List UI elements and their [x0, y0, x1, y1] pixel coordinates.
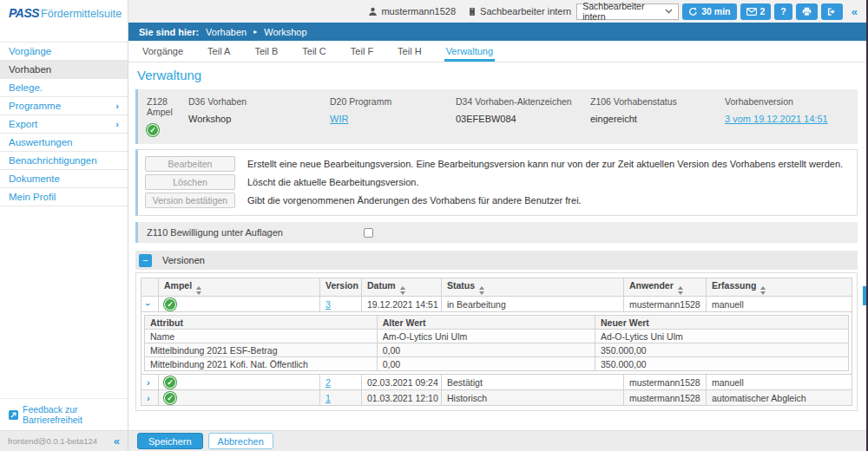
approval-row: Z110 Bewilligung unter Auflagen [135, 222, 858, 243]
tab-teil-b[interactable]: Teil B [253, 42, 279, 62]
cancel-button[interactable]: Abbrechen [208, 433, 273, 449]
printer-icon [802, 7, 812, 16]
version-number-link[interactable]: 2 [326, 377, 331, 388]
sidebar-item-benachrichtigungen[interactable]: Benachrichtigungen [0, 151, 128, 169]
status-ok-icon: ✓ [164, 298, 176, 310]
app-logo[interactable]: PASSFördermittelsuite [0, 0, 128, 23]
version-row-2: › ✓ 2 02.03.2021 09:24 Bestätigt musterm… [141, 375, 852, 390]
topbar-collapse-icon[interactable]: « [852, 5, 858, 18]
help-button[interactable]: ? [774, 3, 792, 20]
role-label: Sachbearbeiter intern [480, 6, 571, 16]
main-area: mustermann1528 Sachbearbeiter intern Sac… [128, 0, 868, 451]
version-row-1: › ✓ 1 01.03.2021 12:10 Historisch muster… [141, 390, 852, 406]
programm-link[interactable]: WIR [330, 114, 348, 124]
question-icon: ? [780, 6, 786, 16]
sidebar-item-auswertungen[interactable]: Auswertungen [0, 133, 128, 151]
loeschen-button[interactable]: Löschen [145, 174, 235, 190]
sidebar-footer: Feedback zur Barrierefreiheit frontend@0… [0, 398, 128, 451]
tab-verwaltung[interactable]: Verwaltung [444, 42, 495, 62]
tab-teil-a[interactable]: Teil A [206, 42, 232, 62]
column-header-ampel[interactable]: Ampel [159, 278, 320, 297]
brand-suffix: Fördermittelsuite [41, 8, 122, 20]
user-icon [368, 7, 378, 16]
tab-teil-h[interactable]: Teil H [396, 42, 424, 62]
sidebar-item-belege[interactable]: Belege. [0, 78, 128, 96]
field-vorhaben: D36 Vorhaben Workshop [188, 96, 330, 136]
page-title: Verwaltung [137, 68, 858, 82]
status-ok-icon: ✓ [164, 376, 176, 389]
status-ok-icon: ✓ [164, 392, 176, 404]
field-vorhabenstatus: Z106 Vorhabenstatus eingereicht [590, 96, 725, 136]
messages-button[interactable]: 2 [740, 3, 772, 20]
breadcrumb-item-vorhaben[interactable]: Vorhaben [206, 27, 247, 37]
logout-button[interactable] [821, 3, 843, 20]
chevron-down-icon [665, 9, 673, 14]
column-header-attribut: Attribut [145, 316, 378, 330]
sidebar-item-dokumente[interactable]: Dokumente [0, 169, 128, 187]
versions-table: Ampel Version Datum Status Anwender Erfa… [141, 278, 852, 406]
tab-bar: Vorgänge Teil A Teil B Teil C Teil F Tei… [128, 41, 868, 62]
change-row-name: Name Am-O-Lytics Uni Ulm Ad-O-Lytics Uni… [145, 330, 849, 343]
field-vorhabenversion: Vorhabenversion 3 vom 19.12.2021 14:51 [725, 96, 849, 136]
sidebar-item-programme[interactable]: Programme› [0, 96, 128, 114]
changes-header-row: Attribut Alter Wert Neuer Wert [145, 316, 849, 330]
expand-row-icon[interactable]: › [147, 393, 150, 403]
expand-row-icon[interactable]: › [147, 377, 150, 388]
role-select[interactable]: Sachbearbeiter intern [576, 3, 679, 20]
sort-icon[interactable] [479, 286, 484, 295]
approval-checkbox[interactable] [364, 228, 373, 238]
expand-column-header [141, 278, 159, 297]
column-header-erfassung[interactable]: Erfassung [707, 278, 852, 297]
sort-icon[interactable] [760, 286, 766, 295]
session-timer-button[interactable]: 30 min [682, 3, 736, 20]
vertical-scrollbar-thumb[interactable] [863, 286, 866, 305]
sidebar-item-vorgaenge[interactable]: Vorgänge [0, 42, 128, 60]
refresh-icon [688, 7, 698, 16]
change-row-kofi: Mittelbindung 2021 Kofi. Nat. Öffentlich… [145, 357, 849, 371]
column-header-status[interactable]: Status [442, 278, 624, 297]
version-link[interactable]: 3 vom 19.12.2021 14:51 [725, 114, 828, 124]
tab-vorgaenge[interactable]: Vorgänge [141, 42, 185, 62]
content: Verwaltung Z128 Ampel ✓ D36 Vorhaben Wor… [128, 62, 868, 430]
username: mustermann1528 [381, 6, 456, 16]
badge-icon [468, 7, 477, 16]
versions-section-header: − Versionen [135, 251, 858, 270]
action-row: Version bestätigen Gibt die vorgenommene… [145, 193, 848, 208]
version-number-link[interactable]: 1 [326, 393, 331, 403]
feedback-link[interactable]: Feedback zur Barrierefreiheit [0, 398, 128, 430]
bearbeiten-button[interactable]: Bearbeiten [145, 156, 235, 172]
column-header-anwender[interactable]: Anwender [624, 278, 707, 297]
build-version-bar: frontend@0.0.1-beta124 « [0, 430, 128, 451]
sidebar-item-export[interactable]: Export› [0, 114, 128, 133]
tab-teil-c[interactable]: Teil C [300, 42, 328, 62]
build-version: frontend@0.0.1-beta124 [8, 436, 97, 446]
user-info: mustermann1528 [368, 6, 456, 16]
collapse-row-icon[interactable]: › [143, 303, 154, 306]
sidebar-item-vorhaben[interactable]: Vorhaben [0, 60, 128, 78]
version-number-link[interactable]: 3 [326, 299, 331, 310]
breadcrumb-item-workshop[interactable]: Workshop [264, 27, 306, 37]
approval-label: Z110 Bewilligung unter Auflagen [147, 227, 364, 238]
sort-icon[interactable] [196, 286, 201, 295]
save-button[interactable]: Speichern [137, 433, 203, 449]
role-info: Sachbearbeiter intern [468, 6, 571, 16]
collapse-section-button[interactable]: − [139, 254, 152, 267]
sidebar: PASSFördermittelsuite Vorgänge Vorhaben … [0, 0, 128, 451]
breadcrumb-arrow-icon: ▸ [253, 29, 257, 36]
breadcrumb-prefix: Sie sind hier: [139, 27, 199, 37]
version-bestaetigen-button[interactable]: Version bestätigen [145, 193, 235, 208]
field-aktenzeichen: D34 Vorhaben-Aktenzeichen 03EFEBW084 [456, 96, 590, 136]
column-header-version[interactable]: Version [320, 278, 362, 297]
sort-icon[interactable] [400, 286, 405, 295]
envelope-icon [746, 8, 757, 16]
tab-teil-f[interactable]: Teil F [349, 42, 375, 62]
field-programm: D20 Programm WIR [330, 96, 456, 136]
column-header-neuer-wert: Neuer Wert [595, 316, 849, 330]
print-button[interactable] [796, 3, 818, 20]
sidebar-item-mein-profil[interactable]: Mein Profil [0, 187, 128, 206]
sort-icon[interactable] [678, 286, 683, 295]
column-header-datum[interactable]: Datum [362, 278, 442, 297]
summary-panel: Z128 Ampel ✓ D36 Vorhaben Workshop D20 P… [135, 89, 858, 144]
message-count: 2 [760, 6, 766, 16]
sidebar-collapse-icon[interactable]: « [114, 435, 120, 448]
